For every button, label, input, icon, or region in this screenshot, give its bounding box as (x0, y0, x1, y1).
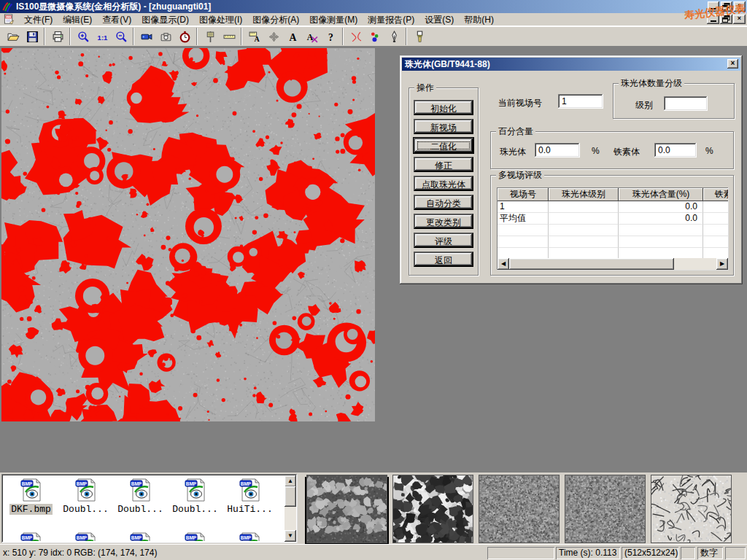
table-row[interactable]: 10.0 (498, 201, 728, 213)
toolbar-button[interactable] (48, 28, 67, 45)
toolbar-separator (194, 28, 201, 45)
toolbar-button[interactable] (137, 28, 156, 45)
column-header[interactable]: 珠光体级别 (549, 188, 619, 201)
table-cell: 0.0 (619, 213, 703, 225)
scroll-up-button[interactable]: ▲ (285, 475, 296, 487)
image-thumbnail[interactable] (651, 475, 732, 543)
menu-bar: DOC 文件(F)编辑(E)查看(V)图像显示(D)图像处理(I)图像分析(A)… (0, 13, 747, 26)
menu-item[interactable]: 文件(F) (19, 13, 58, 26)
file-item[interactable]: BMP (113, 530, 168, 541)
separator (340, 31, 347, 43)
mdi-minimize-button[interactable] (707, 15, 719, 24)
menu-item[interactable]: 图像分析(A) (247, 13, 304, 26)
close-button[interactable]: × (734, 1, 746, 12)
image-thumbnail[interactable] (306, 475, 387, 543)
image-thumbnail[interactable] (479, 475, 560, 543)
minimize-button[interactable] (708, 1, 719, 12)
table-horizontal-scrollbar[interactable]: ◀ ▶ (498, 258, 728, 270)
ferrite-percent-input[interactable]: 0.0 (654, 143, 697, 158)
column-header[interactable]: 珠光体含量(%) (619, 188, 703, 201)
menu-item[interactable]: 图像显示(D) (136, 13, 194, 26)
file-item[interactable]: BMP (58, 530, 113, 541)
toolbar-button[interactable] (175, 28, 194, 45)
current-field-input[interactable]: 1 (558, 94, 603, 109)
restore-button[interactable] (721, 1, 732, 12)
file-item[interactable]: BMP (4, 530, 58, 541)
svg-text:BMP: BMP (21, 481, 32, 486)
document-system-icon[interactable]: DOC (3, 14, 15, 25)
file-item[interactable]: BMP HuiTi... (222, 476, 277, 530)
operation-button[interactable]: 新视场 (414, 119, 473, 134)
operation-button[interactable]: 自动分类 (414, 195, 473, 210)
operation-button[interactable]: 评级 (414, 233, 473, 248)
toolbar-button[interactable] (220, 28, 239, 45)
file-name: Doubl... (61, 504, 109, 515)
dialog-close-button[interactable]: × (727, 59, 738, 69)
table-row (498, 225, 728, 236)
menu-item[interactable]: 图像处理(I) (194, 13, 247, 26)
toolbar-button[interactable] (112, 28, 131, 45)
operation-button[interactable]: 点取珠光体 (414, 176, 473, 191)
separator (239, 31, 245, 43)
table-row[interactable]: 平均值0.0 (498, 213, 728, 225)
file-item[interactable]: BMP Doubl... (168, 476, 222, 530)
scrollbar-thumb[interactable] (509, 258, 674, 270)
scroll-left-button[interactable]: ◀ (498, 258, 509, 270)
file-item[interactable]: BMP (168, 530, 222, 541)
bmp-file-icon: BMP (185, 532, 206, 541)
table-row (498, 248, 728, 258)
toolbar-button[interactable] (4, 28, 23, 45)
column-header[interactable]: 铁素体含量(%) (703, 188, 728, 201)
file-item[interactable]: BMP DKF.bmp (4, 476, 58, 530)
toolbar-button[interactable]: A (302, 28, 321, 45)
menu-item[interactable]: 编辑(E) (58, 13, 97, 26)
menu-item[interactable]: 设置(S) (419, 13, 459, 26)
toolbar-button[interactable] (347, 28, 365, 45)
file-item[interactable]: BMP (222, 530, 277, 541)
operation-button[interactable]: 返回 (414, 252, 473, 267)
toolbar-button[interactable] (365, 28, 384, 45)
svg-text:A: A (254, 35, 260, 43)
file-item[interactable]: BMP Doubl... (113, 476, 168, 530)
toolbar-button[interactable]: 1:1 (93, 28, 112, 45)
image-thumbnail[interactable] (565, 475, 646, 543)
operation-button[interactable]: 初始化 (414, 100, 473, 115)
scrollbar-thumb[interactable] (285, 486, 296, 507)
dialog-title-bar[interactable]: 珠光体(GB/T9441-88) × (402, 58, 740, 71)
menu-item[interactable]: 图像测量(M) (304, 13, 363, 26)
toolbar-button[interactable] (264, 28, 283, 45)
toolbar-separator (239, 28, 245, 45)
toolbar-button[interactable]: ? (321, 28, 340, 45)
operation-button[interactable]: 二值化 (414, 138, 473, 153)
table-cell (549, 225, 619, 236)
operation-button[interactable]: 修正 (414, 157, 473, 172)
status-time: Time (s): 0.113 (556, 547, 620, 559)
level-input[interactable] (664, 96, 708, 111)
pearlite-percent-input[interactable]: 0.0 (535, 143, 580, 158)
image-thumbnail[interactable] (392, 475, 473, 543)
file-list-scrollbar[interactable]: ▲ ▼ (285, 475, 296, 542)
toolbar-button[interactable]: A (283, 28, 302, 45)
open-icon (7, 31, 20, 43)
scroll-down-button[interactable]: ▼ (285, 530, 296, 542)
multifield-table: 视场号珠光体级别珠光体含量(%)铁素体含量(%) 10.0平均值0.0 ◀ ▶ (497, 187, 729, 271)
toolbar-button[interactable] (384, 28, 403, 45)
toolbar: 1:1 A A A ? (0, 26, 747, 47)
menu-item[interactable]: 测量报告(P) (363, 13, 419, 26)
toolbar-button[interactable] (410, 28, 429, 45)
toolbar-button[interactable] (23, 28, 42, 45)
toolbar-button[interactable] (156, 28, 175, 45)
toolbar-button[interactable] (74, 28, 93, 45)
mdi-close-button[interactable]: × (733, 15, 746, 24)
menu-item[interactable]: 查看(V) (97, 13, 136, 26)
scroll-right-button[interactable]: ▶ (716, 258, 728, 270)
file-item[interactable]: BMP Doubl... (58, 476, 113, 530)
column-header[interactable]: 视场号 (498, 188, 549, 201)
operation-button[interactable]: 更改类别 (414, 214, 473, 229)
menu-item[interactable]: 帮助(H) (459, 13, 499, 26)
toolbar-button[interactable]: A (245, 28, 264, 45)
metallographic-image[interactable] (1, 48, 375, 421)
toolbar-button[interactable] (201, 28, 220, 45)
mdi-restore-button[interactable] (720, 15, 732, 24)
svg-text:DOC: DOC (6, 16, 12, 19)
